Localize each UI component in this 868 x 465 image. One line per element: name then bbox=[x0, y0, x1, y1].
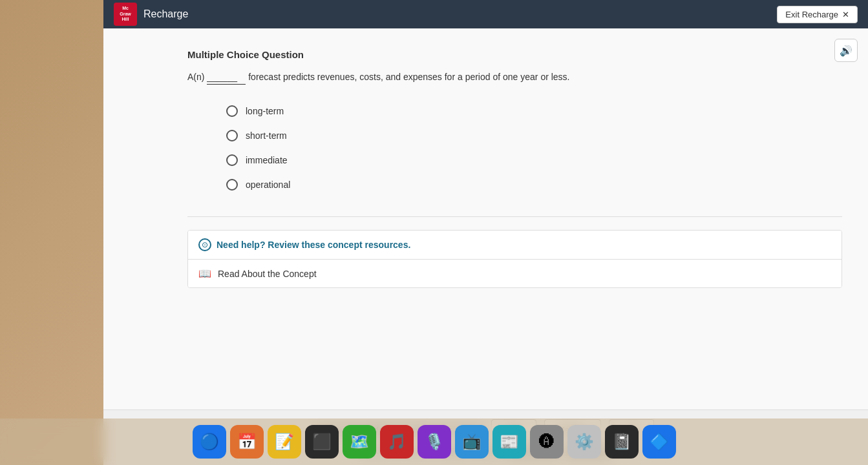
dock-item-appstore[interactable]: 🅐 bbox=[530, 425, 564, 459]
content-area: 🔊 Multiple Choice Question A(n) ______ f… bbox=[103, 28, 868, 409]
dock-item-notes[interactable]: 📝 bbox=[268, 425, 301, 459]
option-long-term[interactable]: long-term bbox=[226, 105, 842, 117]
question-blank: ______ bbox=[207, 70, 246, 85]
option-label-long-term: long-term bbox=[246, 106, 284, 116]
exit-icon: ✕ bbox=[842, 10, 849, 19]
radio-operational[interactable] bbox=[226, 179, 238, 191]
dock-item-notes2[interactable]: 📓 bbox=[605, 425, 639, 459]
dock-item-music[interactable]: 🎵 bbox=[380, 425, 414, 459]
main-window: McGrawHill Recharge Exit Recharge ✕ 🔊 Mu… bbox=[103, 0, 868, 465]
option-label-operational: operational bbox=[246, 180, 290, 190]
dock-item-news[interactable]: 📰 bbox=[492, 425, 526, 459]
dock-item-podcasts[interactable]: 🎙️ bbox=[418, 425, 451, 459]
section-divider bbox=[187, 216, 842, 217]
radio-immediate[interactable] bbox=[226, 154, 238, 166]
option-immediate[interactable]: immediate bbox=[226, 154, 842, 166]
question-text-part2: forecast predicts revenues, costs, and e… bbox=[248, 72, 569, 82]
option-short-term[interactable]: short-term bbox=[226, 130, 842, 141]
help-header[interactable]: ⊙ Need help? Review these concept resour… bbox=[188, 231, 842, 259]
app-title: Recharge bbox=[143, 8, 188, 20]
read-concept-text: Read About the Concept bbox=[218, 269, 317, 279]
radio-short-term[interactable] bbox=[226, 130, 238, 141]
help-section: ⊙ Need help? Review these concept resour… bbox=[187, 230, 842, 288]
macos-dock: 🔵 📅 📝 ⬛ 🗺️ 🎵 🎙️ 📺 📰 🅐 ⚙️ 📓 🔷 bbox=[0, 418, 868, 465]
option-label-immediate: immediate bbox=[246, 155, 288, 165]
radio-long-term[interactable] bbox=[226, 105, 238, 117]
exit-recharge-button[interactable]: Exit Recharge ✕ bbox=[777, 6, 858, 23]
dock-item-maps[interactable]: 🗺️ bbox=[343, 425, 376, 459]
dock-item-finder[interactable]: 🔵 bbox=[193, 425, 226, 459]
speaker-icon: 🔊 bbox=[840, 45, 852, 57]
exit-label: Exit Recharge bbox=[785, 10, 838, 19]
logo-text: McGrawHill bbox=[120, 6, 131, 22]
question-text: A(n) ______ forecast predicts revenues, … bbox=[187, 70, 842, 85]
option-operational[interactable]: operational bbox=[226, 179, 842, 191]
topbar-left: McGrawHill Recharge bbox=[114, 3, 188, 26]
question-type-label: Multiple Choice Question bbox=[187, 49, 842, 60]
speaker-button[interactable]: 🔊 bbox=[834, 39, 858, 62]
options-list: long-term short-term immediate operation… bbox=[226, 105, 842, 191]
dock-item-terminal[interactable]: ⬛ bbox=[305, 425, 339, 459]
topbar: McGrawHill Recharge Exit Recharge ✕ bbox=[103, 0, 868, 28]
option-label-short-term: short-term bbox=[246, 130, 287, 141]
question-text-part1: A(n) bbox=[187, 72, 204, 82]
book-icon: 📖 bbox=[198, 267, 211, 280]
dock-item-calendar[interactable]: 📅 bbox=[230, 425, 264, 459]
mcgraw-hill-logo: McGrawHill bbox=[114, 3, 137, 26]
dock-item-other[interactable]: 🔷 bbox=[642, 425, 676, 459]
dock-item-appletv[interactable]: 📺 bbox=[455, 425, 489, 459]
help-title: Need help? Review these concept resource… bbox=[217, 240, 410, 250]
help-expand-icon: ⊙ bbox=[198, 238, 211, 251]
read-concept-link[interactable]: 📖 Read About the Concept bbox=[188, 260, 842, 287]
dock-item-settings[interactable]: ⚙️ bbox=[567, 425, 601, 459]
